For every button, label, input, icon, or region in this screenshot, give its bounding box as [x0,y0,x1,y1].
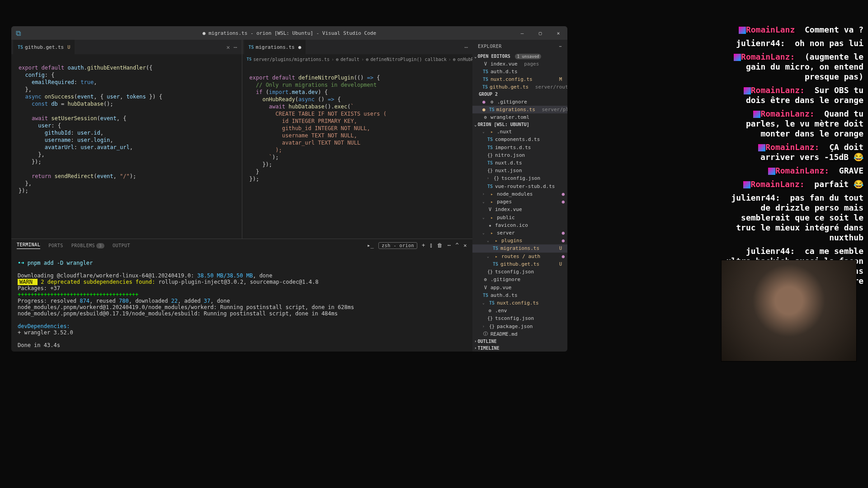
file-item[interactable]: TSvue-router-stub.d.ts [472,183,567,190]
panel-tabs: TERMINAL PORTS PROBLEMS3 OUTPUT ▸_ zsh -… [11,239,472,252]
file-item[interactable]: ›{}tsconfig.json [472,174,567,182]
code-editor-right[interactable]: 💡export default defineNitroPlugin(() => … [242,64,473,239]
kill-terminal-button[interactable]: 🗑 [437,242,443,249]
chat-message: RomainLanz: Sur OBS tu dois être dans le… [723,85,868,105]
maximize-button[interactable]: ▢ [531,26,549,40]
editor-group-1: TS github.get.ts U ✕ ⋯ 💡export default o… [11,40,242,239]
editor-tabs-right: TS migrations.ts ● ⋯ [242,40,473,54]
section-workspace[interactable]: ⌄ORION [WSL: UBUNTU] [472,121,567,128]
open-editor-item[interactable]: ●⚙.gitignore [472,98,567,105]
sidebar-more-icon[interactable]: ⋯ [559,44,562,49]
file-item[interactable]: ⚙.gitignore [472,276,567,283]
file-item[interactable]: TSauth.d.ts [472,291,567,299]
minimap[interactable] [219,54,242,239]
close-button[interactable]: ✕ [549,26,567,40]
open-editor-item[interactable]: ⚙wrangler.toml [472,113,567,121]
maximize-panel-button[interactable]: ^ [456,242,459,249]
chat-message: RomainLanz: (augmente le gain du micro, … [723,52,868,82]
tab-migrations[interactable]: TS migrations.ts ● [244,40,307,54]
webcam-feed [722,260,856,361]
split-terminal-button[interactable]: ⫿ [430,242,433,249]
file-item[interactable]: Vindex.vue [472,206,567,213]
folder-item[interactable]: ⌄▸public [472,213,567,221]
open-editor-item[interactable]: Vindex.vue pages [472,60,567,68]
chat-message: julienr44: oh non pas lui [723,38,868,48]
file-item[interactable]: ⓘREADME.md [472,330,567,338]
vscode-window: ⧉ ● migrations.ts - orion [WSL: Ubuntu] … [11,26,567,352]
tab-label: github.get.ts [25,44,64,50]
tab-github-get[interactable]: TS github.get.ts U [13,40,75,54]
tab-output[interactable]: OUTPUT [113,243,130,248]
tab-more-icon[interactable]: ⋯ [464,44,468,51]
file-item[interactable]: {}nuxt.json [472,167,567,174]
folder-item[interactable]: ⌄▸.nuxt [472,128,567,136]
file-item[interactable]: TScomponents.d.ts [472,136,567,143]
chat-message: RomainLanz: parfait 😂 [723,179,868,189]
window-title: ● migrations.ts - orion [WSL: Ubuntu] - … [203,30,376,36]
file-item[interactable]: ⚙.env [472,307,567,314]
stream-chat-overlay: RomainLanz Comment va ? julienr44: oh no… [723,25,868,290]
terminal-icon: ▸_ [367,242,374,249]
file-item[interactable]: {}tsconfig.json [472,314,567,322]
vscode-icon: ⧉ [16,29,21,38]
chat-message: RomainLanz: Quand tu parles, le vu mètre… [723,109,868,139]
breadcrumb[interactable]: TS server/plugins/migrations.ts› ⊕defaul… [242,54,473,64]
terminal-panel: TERMINAL PORTS PROBLEMS3 OUTPUT ▸_ zsh -… [11,239,472,352]
section-outline[interactable]: ›OUTLINE [472,338,567,345]
more-button[interactable]: ⋯ [448,242,451,249]
file-item[interactable]: TSnuxt.d.ts [472,159,567,167]
section-timeline[interactable]: ›TIMELINE [472,345,567,352]
modified-dot-icon: ● [298,44,302,50]
section-group-2[interactable]: GROUP 2 [472,91,567,98]
file-item[interactable]: TSmigrations.tsU [472,244,567,252]
titlebar[interactable]: ⧉ ● migrations.ts - orion [WSL: Ubuntu] … [11,26,567,40]
ts-icon: TS [18,45,23,50]
file-item[interactable]: TSimports.d.ts [472,144,567,151]
code-editor-left[interactable]: 💡export default oauth.githubEventHandler… [11,54,242,239]
tab-more-icon[interactable]: ⋯ [234,44,237,51]
tab-ports[interactable]: PORTS [48,243,63,248]
open-editor-item[interactable]: TSauth.d.ts [472,68,567,75]
file-item[interactable]: Vapp.vue [472,283,567,291]
chat-message: RomainLanz Comment va ? [723,25,868,35]
file-item[interactable]: {}nitro.json [472,151,567,159]
file-item[interactable]: ›{}package.json [472,323,567,330]
tab-terminal[interactable]: TERMINAL [17,242,40,249]
minimap[interactable] [450,64,472,239]
folder-item[interactable]: ⌄▸server● [472,229,567,237]
file-item[interactable]: {}tsconfig.json [472,268,567,276]
new-terminal-button[interactable]: + [422,242,425,249]
terminal-body[interactable]: •➜ pnpm add -D wrangler Downloading @clo… [11,252,472,352]
open-editor-item[interactable]: TSnuxt.config.tsM [472,75,567,83]
close-panel-button[interactable]: ✕ [463,242,467,249]
section-open-editors[interactable]: ⌄OPEN EDITORS 1 unsaved [472,53,567,60]
file-item[interactable]: ⌄TSnuxt.config.ts [472,299,567,307]
open-editor-item[interactable]: TSgithub.get.ts server/routes/authU [472,83,567,91]
tab-problems[interactable]: PROBLEMS3 [71,243,104,248]
chat-message: RomainLanz: GRAVE [723,166,868,176]
tab-status: U [67,45,70,50]
tab-label: migrations.ts [256,44,295,50]
chat-message: RomainLanz: ÇA doit arriver vers -15dB 😂 [723,142,868,162]
folder-item[interactable]: ⌄▸routes / auth● [472,253,567,260]
terminal-name[interactable]: zsh - orion [378,242,417,249]
explorer-sidebar: EXPLORER ⋯ ⌄OPEN EDITORS 1 unsaved Vinde… [472,40,567,352]
chat-message: julienr44: pas fan du tout de drizzle pe… [723,193,868,243]
webcam-overlay [721,260,857,361]
editor-tabs-left: TS github.get.ts U ✕ ⋯ [11,40,242,54]
file-item[interactable]: TSgithub.get.tsU [472,260,567,268]
editor-group-2: TS migrations.ts ● ⋯ TS server/plugins/m… [242,40,473,239]
minimize-button[interactable]: — [513,26,531,40]
folder-item[interactable]: ⌄▸pages● [472,198,567,206]
folder-item[interactable]: ⌄▸plugins● [472,237,567,244]
open-editor-item[interactable]: ●TSmigrations.ts server/pluginsU [472,106,567,113]
file-item[interactable]: ★favicon.ico [472,221,567,229]
tab-close-icon[interactable]: ✕ [226,44,230,51]
ts-icon: TS [249,45,254,50]
sidebar-title: EXPLORER ⋯ [472,40,567,53]
folder-item[interactable]: ›▸node_modules● [472,190,567,198]
